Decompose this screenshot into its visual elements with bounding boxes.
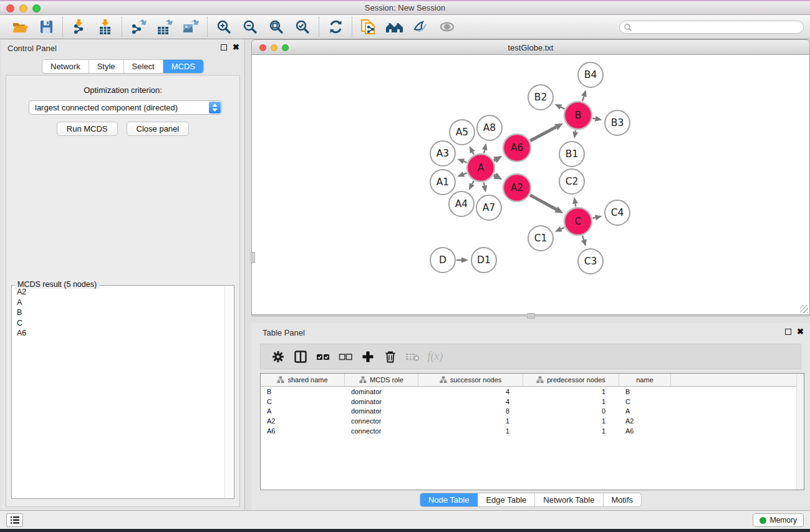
show-all-button[interactable] xyxy=(436,17,458,36)
table-cell[interactable]: connector xyxy=(345,427,418,435)
export-image-button[interactable] xyxy=(180,17,201,36)
table-cell[interactable]: 1 xyxy=(418,417,523,425)
mcds-result-item[interactable]: A6 xyxy=(12,328,224,339)
table-cell[interactable]: 1 xyxy=(523,388,619,395)
mcds-result-item[interactable]: B xyxy=(12,307,224,318)
table-row[interactable]: Adominator80A xyxy=(261,407,804,417)
run-mcds-button[interactable]: Run MCDS xyxy=(57,122,118,136)
table-cell[interactable]: A6 xyxy=(261,427,345,435)
table-cell[interactable]: B xyxy=(261,388,345,395)
result-list-scrollbar[interactable] xyxy=(224,286,233,498)
table-cell[interactable]: 1 xyxy=(523,427,619,435)
table-cell[interactable]: dominator xyxy=(345,407,418,415)
tab-mcds[interactable]: MCDS xyxy=(163,60,203,73)
column-header-name[interactable]: name xyxy=(619,374,671,386)
mcds-result-item[interactable]: C xyxy=(12,318,224,329)
close-table-panel-icon[interactable]: ✖ xyxy=(797,328,804,336)
add-button[interactable] xyxy=(357,347,379,367)
table-cell[interactable]: A6 xyxy=(619,427,671,435)
table-row[interactable]: Bdominator41B xyxy=(261,387,804,397)
hide-selected-icon xyxy=(413,19,429,34)
task-history-button[interactable] xyxy=(6,513,23,527)
export-table-button[interactable] xyxy=(154,17,175,36)
main-toolbar xyxy=(0,15,810,39)
fx-button: f(x) xyxy=(424,347,446,367)
table-cell[interactable]: 1 xyxy=(418,427,523,435)
zoom-in-button[interactable] xyxy=(213,17,234,36)
mcds-result-item[interactable]: A xyxy=(12,297,224,308)
table-cell[interactable]: A2 xyxy=(619,417,671,425)
table-cell[interactable]: A xyxy=(619,407,671,415)
settings-button[interactable] xyxy=(267,347,289,367)
table-scrollbar[interactable] xyxy=(796,374,804,490)
import-network-icon xyxy=(71,19,87,35)
close-panel-button[interactable]: Close panel xyxy=(127,122,190,136)
memory-button[interactable]: Memory xyxy=(753,513,804,527)
table-tab-motifs[interactable]: Motifs xyxy=(602,493,641,506)
search-input[interactable] xyxy=(632,22,803,32)
graph-edge-A-A8 xyxy=(484,150,485,153)
column-header-shared-name[interactable]: shared name xyxy=(261,374,345,386)
graph-edge-A-A6 xyxy=(494,160,495,160)
table-toolbar: f(x) xyxy=(260,344,801,369)
apply-layout-button[interactable] xyxy=(325,17,346,36)
select-all-button[interactable] xyxy=(312,347,334,367)
home-button[interactable] xyxy=(384,17,405,36)
table-cell[interactable]: 0 xyxy=(523,407,619,415)
mcds-result-item[interactable]: A2 xyxy=(12,287,224,297)
float-table-panel-icon[interactable] xyxy=(785,329,791,335)
unselect-all-button[interactable] xyxy=(334,347,357,367)
criterion-dropdown[interactable]: largest connected component (directed) xyxy=(29,100,222,115)
tab-style[interactable]: Style xyxy=(89,60,123,73)
table-tab-edge-table[interactable]: Edge Table xyxy=(477,493,534,506)
table-cell[interactable]: 1 xyxy=(523,417,619,425)
zoom-out-button[interactable] xyxy=(239,17,261,36)
network-from-selection-button[interactable] xyxy=(358,17,379,36)
resize-grip[interactable] xyxy=(800,305,808,313)
delete-button[interactable] xyxy=(379,347,402,367)
export-network-button[interactable] xyxy=(128,17,149,36)
table-cell[interactable]: dominator xyxy=(345,388,418,395)
open-session-button[interactable] xyxy=(9,17,31,36)
table-cell[interactable]: C xyxy=(619,398,671,405)
column-header-MCDS-role[interactable]: MCDS role xyxy=(345,374,418,386)
import-network-button[interactable] xyxy=(69,17,90,36)
table-cell[interactable]: C xyxy=(261,398,345,405)
table-tab-network-table[interactable]: Network Table xyxy=(534,493,602,506)
column-header-predecessor-nodes[interactable]: predecessor nodes xyxy=(523,374,619,386)
network-canvas[interactable]: AA1A2A3A4A5A6A7A8BB1B2B3B4CC1C2C3C4DD1 xyxy=(251,55,810,315)
table-cell[interactable]: 4 xyxy=(418,398,523,405)
table-row[interactable]: A6connector11A6 xyxy=(261,426,804,436)
graph-edge-arrowhead xyxy=(581,90,587,97)
import-table-button[interactable] xyxy=(95,17,116,36)
table-row[interactable]: Cdominator41C xyxy=(261,397,804,407)
table-cell[interactable]: 8 xyxy=(418,407,523,415)
horizontal-splitter-handle[interactable] xyxy=(527,313,535,319)
graph-node-label-C2: C2 xyxy=(566,176,579,187)
table-cell[interactable]: dominator xyxy=(345,398,418,405)
columns-button[interactable] xyxy=(289,347,312,367)
table-cell[interactable]: A2 xyxy=(261,417,345,425)
close-panel-icon[interactable]: ✖ xyxy=(233,44,239,51)
tab-network[interactable]: Network xyxy=(42,60,89,73)
zoom-selected-button[interactable] xyxy=(292,17,313,36)
delete-icon xyxy=(385,351,396,363)
hide-selected-button[interactable] xyxy=(410,17,432,36)
table-cell[interactable]: A xyxy=(261,407,345,415)
float-panel-icon[interactable] xyxy=(221,44,227,51)
table-row[interactable]: A2connector11A2 xyxy=(261,416,804,426)
table-cell[interactable]: 1 xyxy=(523,398,619,405)
home-icon xyxy=(385,19,404,34)
table-cell[interactable]: B xyxy=(619,388,671,395)
horizontal-splitter[interactable] xyxy=(251,316,810,316)
zoom-fit-button[interactable] xyxy=(266,17,287,36)
table-cell[interactable]: connector xyxy=(345,417,418,425)
tab-select[interactable]: Select xyxy=(123,60,163,73)
save-session-button[interactable] xyxy=(36,17,57,36)
unselect-all-icon xyxy=(339,352,352,361)
column-header-successor-nodes[interactable]: successor nodes xyxy=(418,374,523,386)
graph-node-label-D: D xyxy=(439,254,446,266)
vertical-splitter-handle[interactable] xyxy=(251,252,255,263)
table-tab-node-table[interactable]: Node Table xyxy=(420,493,478,506)
table-cell[interactable]: 4 xyxy=(418,388,523,395)
